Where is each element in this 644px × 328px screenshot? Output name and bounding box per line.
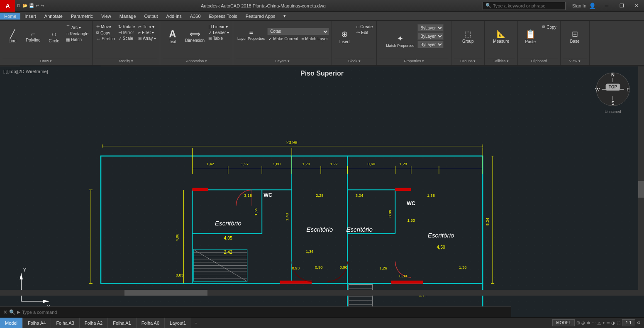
copy-button[interactable]: ⧉ Copy bbox=[95, 30, 116, 36]
polyline-button[interactable]: ⌐ Polyline bbox=[23, 24, 43, 49]
menu-featured[interactable]: Featured Apps bbox=[242, 13, 280, 20]
cmd-expand-button[interactable]: ▶ bbox=[17, 310, 20, 314]
tab-folha-a2[interactable]: Folha A2 bbox=[80, 318, 108, 328]
menu-annotate[interactable]: Annotate bbox=[40, 13, 67, 20]
status-indicators: MODEL ⊞ ◎ ⊕ ⋯ △ ⌖ ═ ◑ ⬚ 1:1 ⚙ bbox=[552, 319, 644, 326]
menu-extra[interactable]: ▾ bbox=[279, 12, 290, 20]
make-current-button[interactable]: ✓ Make Current bbox=[267, 36, 300, 42]
qat-undo[interactable]: ↩ bbox=[36, 3, 39, 8]
transparency-icon[interactable]: ◑ bbox=[611, 321, 615, 325]
dim-2-42: 2,42 bbox=[224, 250, 232, 255]
menu-insert[interactable]: Insert bbox=[20, 13, 40, 20]
array-button[interactable]: ⊞ Array ▾ bbox=[137, 36, 157, 41]
linear-button[interactable]: | I Linear ▾ bbox=[207, 24, 230, 29]
grid-icon[interactable]: ⊞ bbox=[576, 321, 580, 325]
search-box[interactable]: 🔍 bbox=[483, 2, 566, 10]
account-icon[interactable]: 👤 bbox=[589, 2, 596, 9]
dim-1-55: 1,55 bbox=[254, 208, 258, 216]
snap-icon[interactable]: ◎ bbox=[581, 321, 585, 325]
menu-view[interactable]: View bbox=[97, 13, 115, 20]
menu-addins[interactable]: Add-ins bbox=[162, 13, 186, 20]
tab-folha-a1[interactable]: Folha A1 bbox=[108, 318, 136, 328]
tab-folha-a4[interactable]: Folha A4 bbox=[23, 318, 51, 328]
menu-a360[interactable]: A360 bbox=[186, 13, 205, 20]
layer-select[interactable]: Cotas bbox=[267, 28, 329, 35]
dimension-button[interactable]: ⟺ Dimension bbox=[183, 24, 206, 49]
osnap-icon[interactable]: △ bbox=[598, 321, 601, 325]
layer-properties-button[interactable]: ≡ Layer Properties bbox=[236, 24, 266, 45]
minimize-button[interactable]: ─ bbox=[599, 0, 614, 12]
ribbon-group-annotation: A Text ⟺ Dimension | I Linear ▾ ↗ Leader… bbox=[160, 21, 233, 65]
match-properties-button[interactable]: ✦ Match Properties bbox=[384, 24, 416, 58]
create-button[interactable]: □ Create bbox=[355, 24, 374, 29]
circle-button[interactable]: ○ Circle bbox=[44, 24, 64, 49]
menu-manage[interactable]: Manage bbox=[115, 13, 140, 20]
dimension-label: Dimension bbox=[185, 38, 205, 43]
cmd-clear-button[interactable]: ✕ bbox=[3, 309, 7, 315]
menu-express[interactable]: Express Tools bbox=[205, 13, 242, 20]
copy-clip-button[interactable]: ⧉ Copy bbox=[541, 24, 557, 30]
text-button[interactable]: A Text bbox=[163, 24, 183, 49]
add-layout-button[interactable]: + bbox=[191, 318, 200, 328]
scale-button[interactable]: ⤢ Scale bbox=[117, 36, 136, 41]
qat-redo[interactable]: ↪ bbox=[41, 3, 44, 8]
menu-bar: Home Insert Annotate Parametric View Man… bbox=[0, 12, 644, 21]
edit-button[interactable]: ✏ Edit bbox=[355, 30, 374, 35]
stretch-button[interactable]: ↔ Stretch bbox=[95, 36, 116, 42]
table-button[interactable]: ⊞ Table bbox=[207, 36, 230, 41]
model-indicator[interactable]: MODEL bbox=[552, 319, 575, 326]
insert-button[interactable]: ⊕ Insert bbox=[334, 24, 354, 49]
lineweight-select[interactable]: ByLayer bbox=[417, 41, 444, 48]
lwt-icon[interactable]: ═ bbox=[607, 321, 610, 325]
menu-output[interactable]: Output bbox=[140, 13, 162, 20]
zoom-level[interactable]: 1:1 bbox=[622, 319, 635, 326]
linetype-select[interactable]: ByLayer bbox=[417, 32, 444, 40]
rotate-button[interactable]: ↻ Rotate bbox=[117, 24, 136, 29]
fillet-button[interactable]: ⌐ Fillet ▾ bbox=[137, 30, 157, 35]
menu-parametric[interactable]: Parametric bbox=[67, 13, 97, 20]
signin-link[interactable]: Sign In bbox=[572, 3, 586, 8]
hatch-button[interactable]: ▦ Hatch bbox=[65, 37, 90, 42]
polar-icon[interactable]: ⋯ bbox=[592, 321, 596, 325]
move-button[interactable]: ✛ Move bbox=[95, 24, 116, 29]
ortho-icon[interactable]: ⊕ bbox=[587, 321, 590, 325]
paste-button[interactable]: 📋 Paste bbox=[520, 24, 540, 49]
leader-button[interactable]: ↗ Leader ▾ bbox=[207, 30, 230, 35]
horizontal-scrollbar[interactable] bbox=[0, 290, 638, 296]
close-button[interactable]: ✕ bbox=[629, 0, 644, 12]
vertical-scrollbar[interactable] bbox=[638, 66, 644, 296]
settings-icon[interactable]: ⚙ bbox=[637, 321, 641, 325]
tab-folha-a3[interactable]: Folha A3 bbox=[51, 318, 79, 328]
viewport[interactable]: [-][Top][2D Wireframe] Piso Superior bbox=[0, 66, 644, 317]
rectangle-button[interactable]: □ Rectangle bbox=[65, 31, 90, 37]
mirror-button[interactable]: ⊣ Mirror bbox=[117, 30, 136, 35]
selection-icon[interactable]: ⬚ bbox=[617, 321, 620, 325]
qat-open[interactable]: 📂 bbox=[22, 3, 27, 8]
measure-button[interactable]: 📐 Measure bbox=[491, 24, 511, 49]
match-layer-button[interactable]: ≈ Match Layer bbox=[300, 36, 329, 42]
color-select[interactable]: ByLayer bbox=[417, 24, 444, 32]
group-button[interactable]: ⬚ Group bbox=[458, 24, 478, 49]
tab-layout1[interactable]: Layout1 bbox=[165, 318, 191, 328]
cmd-scroll-button[interactable]: 🔍 bbox=[9, 309, 15, 315]
y-axis-label: Y bbox=[23, 267, 26, 272]
qat-new[interactable]: 🗋 bbox=[17, 3, 21, 8]
ribbon-group-modify: ✛ Move ⧉ Copy ↔ Stretch ↻ Rotate ⊣ bbox=[93, 21, 160, 65]
arc-button[interactable]: ⌒ Arc ▾ bbox=[65, 24, 90, 31]
view-base-button[interactable]: ⊟ Base bbox=[565, 24, 585, 49]
text-label: Text bbox=[169, 39, 176, 44]
otrack-icon[interactable]: ⌖ bbox=[603, 321, 605, 326]
svg-rect-45 bbox=[192, 188, 208, 191]
qat-save[interactable]: 💾 bbox=[29, 3, 34, 8]
tab-model[interactable]: Model bbox=[0, 318, 23, 328]
search-input[interactable] bbox=[493, 3, 555, 8]
menu-home[interactable]: Home bbox=[0, 13, 20, 20]
room4-label: Escritório bbox=[428, 232, 454, 239]
trim-button[interactable]: ✂ Trim ▾ bbox=[137, 24, 157, 29]
dim-1-36b: 1,36 bbox=[459, 265, 467, 269]
tab-folha-a0[interactable]: Folha A0 bbox=[137, 318, 165, 328]
command-input[interactable] bbox=[22, 310, 508, 315]
restore-button[interactable]: ❐ bbox=[614, 0, 629, 12]
line-button[interactable]: ╱ Line bbox=[2, 24, 22, 49]
command-bar: ✕ 🔍 ▶ bbox=[0, 306, 511, 317]
